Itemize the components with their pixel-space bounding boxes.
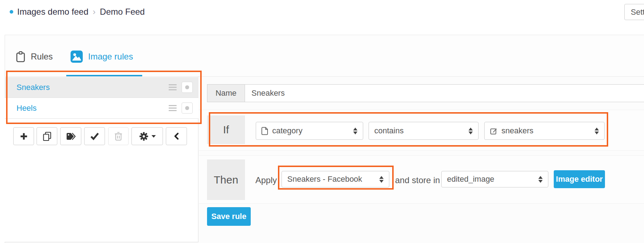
image-editor-button[interactable]: Image editor [554,170,605,188]
rule-name-input[interactable]: Sneakers [245,84,644,102]
select-arrows-icon [468,128,473,134]
condition-value-text: sneakers [501,126,533,135]
breadcrumb-feed-link[interactable]: Images demo feed [17,7,88,17]
field-icon [261,127,268,135]
tag-rule-button[interactable] [60,127,81,145]
caret-down-icon [152,135,156,138]
select-arrows-icon [353,128,357,134]
check-icon [90,132,100,140]
select-arrows-icon [538,176,543,183]
tab-image-rules[interactable]: Image rules [71,47,133,67]
template-select[interactable]: Sneakers - Facebook [282,171,389,187]
copy-rule-button[interactable] [37,127,57,145]
condition-field-value: category [272,126,302,135]
then-row-label: Then [207,159,245,200]
condition-field-select[interactable]: category [256,122,363,140]
tab-rules-label: Rules [31,52,53,62]
breadcrumb: Images demo feed › Demo Feed [17,6,145,18]
tag-icon [66,132,76,141]
drag-handle-icon[interactable] [169,105,177,111]
if-label-text: If [223,124,229,136]
select-arrows-icon [379,176,384,183]
status-dot-icon [185,106,189,110]
rule-item-label: Sneakers [16,83,169,92]
breadcrumb-separator-icon: › [93,7,96,17]
gear-icon [139,132,149,141]
feed-status-dot [10,10,13,14]
rule-list-item-heels[interactable]: Heels [5,98,198,119]
condition-operator-value: contains [374,126,404,135]
rule-name-value: Sneakers [251,89,285,98]
save-rule-button[interactable]: Save rule [207,207,251,226]
rule-settings-button[interactable] [131,127,163,145]
validate-rule-button[interactable] [84,127,105,145]
image-editor-button-label: Image editor [556,175,603,184]
settings-button-label: Setti [631,8,644,17]
drag-handle-icon[interactable] [169,84,177,90]
apply-label: Apply [255,175,277,185]
condition-value-select[interactable]: sneakers [484,122,605,140]
rule-item-label: Heels [16,104,169,113]
then-label-text: Then [214,174,238,186]
select-arrows-icon [595,128,599,134]
rule-list-item-sneakers[interactable]: Sneakers [5,77,198,98]
edit-icon [490,127,498,135]
name-field-label: Name [207,84,245,102]
store-field-value: edited_image [447,175,494,184]
plus-icon [19,132,28,141]
template-value: Sneakers - Facebook [287,175,362,184]
breadcrumb-page: Demo Feed [100,7,145,17]
store-field-select[interactable]: edited_image [441,171,548,187]
store-in-label: and store in [395,175,440,185]
copy-icon [42,131,52,142]
condition-operator-select[interactable]: contains [369,122,479,140]
tab-rules[interactable]: Rules [16,47,53,67]
status-dot-icon [185,85,189,89]
if-row-label: If [207,115,245,144]
tab-image-rules-label: Image rules [88,52,133,62]
clipboard-icon [16,51,25,63]
rule-status-toggle[interactable] [182,103,193,114]
chevron-left-icon [173,132,181,140]
add-rule-button[interactable] [13,127,34,145]
rule-status-toggle[interactable] [182,82,193,93]
name-label-text: Name [216,89,237,98]
delete-rule-button[interactable] [108,127,129,145]
collapse-panel-button[interactable] [166,127,187,145]
save-rule-button-label: Save rule [211,212,246,221]
settings-button[interactable]: Setti [624,4,644,20]
trash-icon [114,131,123,141]
image-icon [71,51,83,63]
